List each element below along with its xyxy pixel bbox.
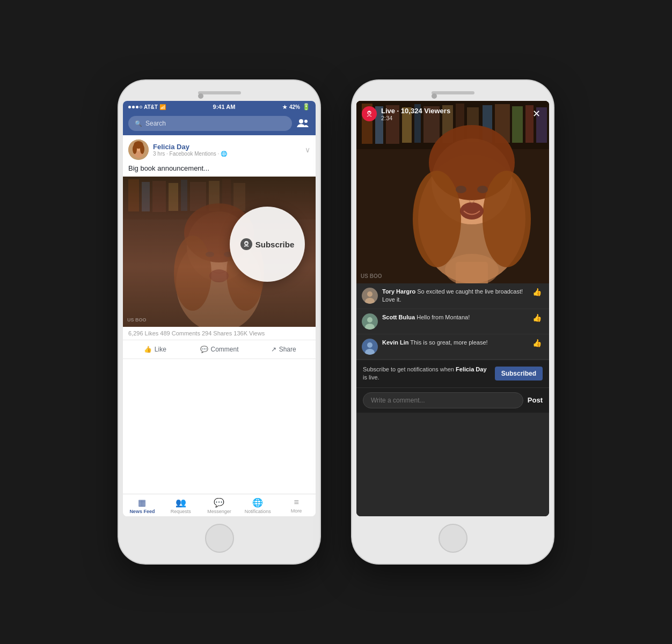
nav-messenger[interactable]: 💬 Messenger [200,494,239,516]
svg-point-6 [133,144,137,154]
status-bar-left: AT&T 📶 9:41 AM ★ 42% 🔋 [123,101,316,113]
comment-text-2: Scott Bulua Hello from Montana! [382,313,526,321]
svg-point-60 [367,317,372,323]
post-header: Felicia Day 3 hrs · Facebook Mentions · … [123,135,316,164]
svg-point-24 [206,252,214,257]
share-button[interactable]: ↗ Share [251,342,316,356]
svg-rect-14 [181,180,187,211]
svg-rect-18 [233,183,245,211]
news-feed-icon: ▦ [138,497,146,508]
camera-left [198,93,203,99]
close-button[interactable]: ✕ [529,106,544,121]
nav-requests[interactable]: 👥 Requests [162,494,200,516]
watermark: US BOO [127,317,147,323]
post-author: Felicia Day [153,143,301,151]
subscribe-overlay[interactable]: Subscribe [230,207,305,282]
comment-input-field[interactable]: Write a comment... [363,392,523,408]
like-comment-2[interactable]: 👍 [530,313,544,322]
svg-rect-41 [512,106,523,143]
live-icon [362,106,377,121]
svg-point-57 [367,291,372,297]
post-info: Felicia Day 3 hrs · Facebook Mentions · … [153,143,301,157]
comment-item-1: Tory Hargro So excited we caught the liv… [356,283,549,309]
live-label: Live · 10,324 Viewers [381,107,450,115]
screen-right: US BOO Live · 10,324 Viewers 2:34 [356,101,549,516]
svg-point-0 [299,119,303,123]
nav-more[interactable]: ≡ More [277,494,316,516]
bluetooth-icon: ★ [282,104,287,110]
screen-left: AT&T 📶 9:41 AM ★ 42% 🔋 🔍 Search [123,101,316,516]
camera-right [432,93,437,99]
like-comment-3[interactable]: 👍 [530,339,544,347]
comment-content-2: Scott Bulua Hello from Montana! [382,313,526,321]
speaker-right [432,91,474,94]
iphone-left: AT&T 📶 9:41 AM ★ 42% 🔋 🔍 Search [119,80,320,564]
live-info: Live · 10,324 Viewers 2:34 [381,107,450,121]
live-badge: Live · 10,324 Viewers 2:34 [362,106,450,121]
dot3 [136,106,138,108]
post-text: Big book announcement... [123,164,316,177]
wifi-icon: 📶 [159,104,166,110]
svg-point-7 [140,144,144,154]
status-right: ★ 42% 🔋 [282,103,310,111]
like-label: Like [155,346,166,353]
svg-point-48 [483,171,531,267]
home-button-left[interactable] [205,524,234,553]
speaker-left [198,91,241,94]
svg-rect-11 [142,182,150,211]
iphone-right: US BOO Live · 10,324 Viewers 2:34 [352,80,553,564]
comment-text-3: Kevin Lin This is so great, more please! [382,339,526,347]
commenter-name-2: Scott Bulua [382,314,415,320]
subscribe-text-after: is live. [363,374,379,380]
nav-news-feed[interactable]: ▦ News Feed [123,494,162,516]
comment-item-3: Kevin Lin This is so great, more please!… [356,334,549,360]
facebook-header: 🔍 Search [123,113,316,135]
dot1 [128,106,131,108]
nav-notifications[interactable]: 🌐 Notifications [238,494,277,516]
share-label: Share [279,346,296,353]
comment-content-1: Tory Hargro So excited we caught the liv… [382,288,526,304]
live-video: US BOO Live · 10,324 Viewers 2:34 [356,101,549,283]
comment-text-1: Tory Hargro So excited we caught the liv… [382,288,526,304]
subscribe-description: Subscribe to get notifications when Feli… [363,365,490,382]
nav-label-requests: Requests [171,509,191,514]
nav-label-notifications: Notifications [245,509,271,514]
svg-point-1 [304,120,308,123]
svg-point-47 [413,171,461,267]
author-avatar [128,140,149,160]
battery-label: 42% [289,104,300,110]
dot4 [140,106,142,108]
carrier-label: AT&T [144,104,158,110]
svg-point-22 [174,236,211,311]
notifications-icon: 🌐 [252,497,263,508]
comments-section: Tory Hargro So excited we caught the liv… [356,283,549,516]
status-left: AT&T 📶 [128,104,166,110]
like-button[interactable]: 👍 Like [123,342,187,356]
search-bar[interactable]: 🔍 Search [128,116,292,131]
more-icon: ≡ [294,497,298,507]
friends-icon[interactable] [295,116,310,131]
home-button-right[interactable] [439,524,468,553]
like-comment-1[interactable]: 👍 [530,288,544,296]
messenger-icon: 💬 [214,497,224,508]
subscribed-button[interactable]: Subscribed [495,367,543,380]
search-placeholder: Search [145,120,166,127]
live-time: 2:34 [381,115,450,121]
comment-placeholder: Write a comment... [371,397,425,404]
svg-point-49 [456,186,466,193]
comment-input-bar: Write a comment... Post [356,387,549,413]
subscribe-notification-bar: Subscribe to get notifications when Feli… [356,360,549,387]
commenter-name-1: Tory Hargro [382,288,415,295]
post-video[interactable]: US BOO Subscribe [123,177,316,327]
svg-point-26 [209,269,229,282]
time-display: 9:41 AM [213,104,236,110]
post-actions: 👍 Like 💬 Comment ↗ Share [123,340,316,359]
svg-rect-13 [169,183,178,211]
svg-point-63 [367,342,372,348]
comment-button[interactable]: 💬 Comment [187,342,252,356]
svg-text:US BOO: US BOO [361,273,382,279]
like-icon: 👍 [144,346,152,353]
subscribe-author: Felicia Day [456,366,486,372]
post-comment-button[interactable]: Post [528,396,543,404]
requests-icon: 👥 [176,497,186,508]
